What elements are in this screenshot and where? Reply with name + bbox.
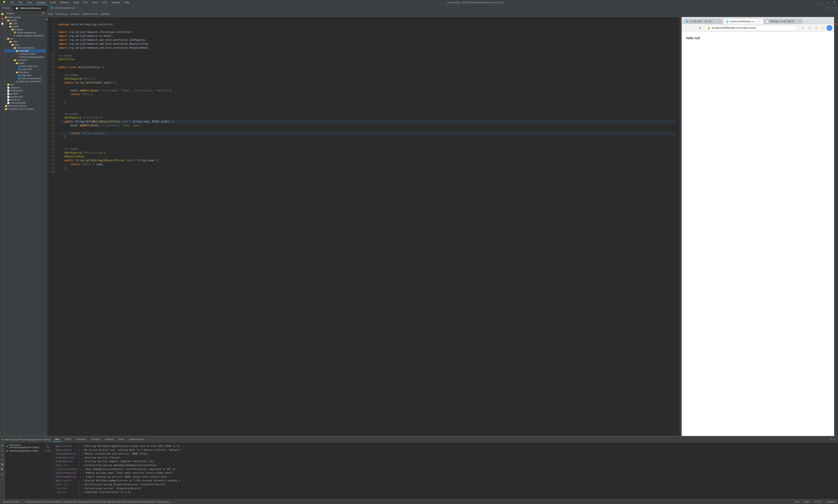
- tree-item[interactable]: 🌐hello-static.html: [5, 65, 46, 68]
- tab-hello-template[interactable]: 🌐 hello-template.html ✕: [48, 5, 82, 11]
- tree-item[interactable]: 📁build: [5, 22, 46, 25]
- browser-tab-close-2[interactable]: ✕: [759, 20, 761, 23]
- close-panel-icon[interactable]: ✕: [833, 438, 835, 441]
- tree-item[interactable]: 📂wrapper: [5, 28, 46, 31]
- user-icon[interactable]: A: [827, 25, 832, 31]
- menu-edit[interactable]: Edit: [17, 1, 23, 4]
- stop-icon[interactable]: ■: [0, 448, 4, 452]
- tab-close-template[interactable]: ✕: [77, 6, 79, 9]
- tree-item[interactable]: 🌐hello-template.html: [5, 77, 46, 80]
- browser-tab-1[interactable]: 🌐 스프링 입문 - 코드로 배우는... ✕: [683, 19, 723, 24]
- position-indicator[interactable]: 30:1: [794, 501, 800, 503]
- breadcrumb-class[interactable]: HelloController: [82, 13, 98, 15]
- browser-tab-2[interactable]: 🌐 localhost:8080/hello-mvc?nam... ✕: [724, 19, 763, 24]
- menu-build[interactable]: Build: [73, 1, 80, 4]
- tab-hello-controller[interactable]: ☕ HelloController.java ✕: [13, 5, 47, 11]
- tree-item[interactable]: 📄settings.gradle: [5, 101, 46, 104]
- tree-item[interactable]: 📄gradlew.bat: [5, 95, 46, 98]
- settings-icon[interactable]: ⚙: [830, 438, 832, 441]
- version-control-label[interactable]: Version Control: [2, 501, 20, 503]
- browser-tab-3[interactable]: 📄 [Spring] 스프링 입문하기 (2) -... ✕: [764, 19, 803, 24]
- menu-help[interactable]: Help: [124, 1, 130, 4]
- bookmark-icon[interactable]: 🔖: [0, 17, 4, 21]
- bottom-tab-services[interactable]: Services: [103, 437, 117, 442]
- menu-vcs[interactable]: VCS: [101, 1, 108, 4]
- tree-item[interactable]: 📁Scratches and Consoles: [5, 107, 46, 110]
- scroll-end-icon[interactable]: ↓: [0, 477, 4, 481]
- bottom-tab-todo[interactable]: TODO: [62, 437, 74, 442]
- menu-tools[interactable]: Tools: [91, 1, 99, 4]
- breadcrumb-hello[interactable]: hello: [48, 13, 53, 15]
- panel-settings-icon[interactable]: ⚙: [42, 12, 44, 15]
- tab-close-controller[interactable]: ✕: [43, 7, 45, 9]
- tree-item[interactable]: 📂gradle: [5, 19, 46, 22]
- expand-btn[interactable]: ∨: [835, 6, 836, 9]
- play-icon[interactable]: ▶: [0, 443, 4, 447]
- browser-tab-close-1[interactable]: ✕: [718, 20, 720, 23]
- menu-navigate[interactable]: Navigate: [35, 1, 47, 4]
- menu-run[interactable]: Run: [83, 1, 89, 4]
- tree-item[interactable]: 📂static: [5, 61, 46, 65]
- menu-file[interactable]: File: [9, 1, 15, 4]
- tree-item[interactable]: 🌐hello.html: [5, 74, 46, 77]
- back-button[interactable]: ‹: [683, 25, 689, 31]
- filter-icon[interactable]: ⊞: [0, 472, 4, 476]
- menu-view[interactable]: View: [26, 1, 33, 4]
- dump-icon[interactable]: 📷: [0, 463, 4, 467]
- run-tree-item[interactable]: ▶hello-spring [HelloSpringApplication.ma…: [5, 443, 53, 449]
- url-bar[interactable]: 🔓 localhost:8080/hello-mvc?name=hoho: [705, 25, 798, 31]
- forward-button[interactable]: ›: [691, 25, 696, 31]
- maximize-btn[interactable]: □: [827, 1, 830, 4]
- menu-refactor[interactable]: Refactor: [59, 1, 70, 4]
- more-options-icon[interactable]: ⋮: [820, 25, 825, 30]
- run-tree-item[interactable]: ▶HelloSpringApplication.main()14 sec: [5, 449, 53, 453]
- minimize-btn[interactable]: ─: [821, 1, 824, 4]
- search-run-icon[interactable]: 🔍: [0, 467, 4, 471]
- tree-item[interactable]: ⚙gradle-wrapper.properties: [5, 34, 46, 37]
- menu-code[interactable]: Code: [49, 1, 57, 4]
- tree-item[interactable]: 📂gradle: [5, 25, 46, 28]
- code-content[interactable]: package hello.hellospring.controller; im…: [56, 17, 679, 436]
- bottom-tab-problems[interactable]: Problems: [74, 437, 88, 442]
- line-ending-indicator[interactable]: CRLF: [803, 501, 811, 503]
- bookmarks-tab-icon[interactable]: 🔖: [835, 22, 838, 26]
- bookmark-star-icon[interactable]: ☆: [800, 25, 806, 30]
- tree-item[interactable]: 📁test: [5, 83, 46, 86]
- breadcrumb-controller[interactable]: controller: [70, 13, 80, 15]
- tree-item[interactable]: CHelloSpringApplication: [5, 55, 46, 58]
- structure-icon[interactable]: 📋: [0, 21, 4, 26]
- close-btn[interactable]: ✕: [833, 0, 836, 4]
- bottom-tab-terminal[interactable]: Terminal: [89, 437, 102, 442]
- menu-window[interactable]: Window: [111, 1, 121, 4]
- tree-item[interactable]: 📄gradlew: [5, 92, 46, 95]
- encoding-indicator[interactable]: UTF-8: [814, 501, 822, 503]
- structure-tab-icon[interactable]: ≡: [835, 18, 838, 21]
- tree-item[interactable]: 📂main: [5, 40, 46, 43]
- indent-indicator[interactable]: 4 spaces: [825, 501, 836, 503]
- bottom-tab-run[interactable]: Run: [53, 437, 62, 442]
- tree-item[interactable]: 📂resources: [5, 58, 46, 61]
- bottom-tab-dependencies[interactable]: Dependencies: [127, 437, 146, 442]
- new-tab-button[interactable]: +: [804, 19, 809, 24]
- screen-share-icon[interactable]: ⤢: [807, 25, 812, 30]
- tree-item[interactable]: 📄.gitignore: [5, 86, 46, 89]
- project-icon[interactable]: 📁: [0, 12, 4, 16]
- browser-tab-close-3[interactable]: ✕: [799, 20, 801, 23]
- breadcrumb-hellospring[interactable]: hellospring: [56, 13, 67, 15]
- tree-item[interactable]: 📂hello.hellospring: [5, 46, 46, 49]
- editor-scrollbar[interactable]: [679, 17, 681, 436]
- rerun-icon[interactable]: ↺: [0, 453, 4, 457]
- tree-item[interactable]: 📂controller: [5, 49, 46, 52]
- tree-item[interactable]: 📦gradle-wrapper.jar: [5, 31, 46, 34]
- tree-item[interactable]: ⚙application.properties: [5, 80, 46, 83]
- tree-item[interactable]: 📂hello-spring: [5, 16, 46, 19]
- reload-button[interactable]: ↻: [697, 25, 703, 31]
- tree-item[interactable]: 📄build.gradle: [5, 89, 46, 92]
- tree-item[interactable]: 📂src: [5, 37, 46, 40]
- tree-item[interactable]: 📄HELP.md: [5, 98, 46, 101]
- tree-item[interactable]: 📂java: [5, 43, 46, 46]
- tree-item[interactable]: 🌐index.html: [5, 68, 46, 71]
- extension-icon[interactable]: ⚡: [814, 25, 819, 30]
- pause-icon[interactable]: ⏸: [0, 458, 4, 462]
- tree-item[interactable]: 📁External Libraries: [5, 104, 46, 107]
